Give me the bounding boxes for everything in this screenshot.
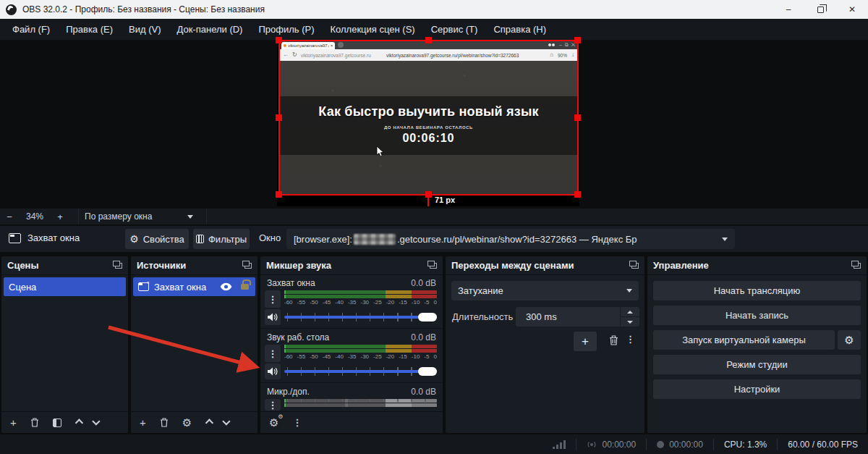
channel-menu-button[interactable]: ⋮ — [265, 345, 281, 362]
menu-view[interactable]: Вид (V) — [121, 19, 169, 40]
popout-icon[interactable] — [631, 263, 639, 269]
transition-menu-button[interactable]: ⋮ — [626, 334, 635, 345]
channel-menu-button[interactable]: ⋮ — [265, 290, 281, 308]
window-capture-icon — [138, 282, 149, 291]
snap-measure-label: 71 px — [435, 196, 455, 204]
add-scene-button[interactable]: + — [10, 417, 17, 428]
move-source-down-button[interactable] — [225, 420, 231, 426]
obs-logo-icon — [6, 4, 17, 15]
close-button[interactable]: ✕ — [836, 0, 868, 19]
menu-edit[interactable]: Правка (E) — [58, 19, 121, 40]
duration-increase-button[interactable] — [621, 307, 639, 316]
controls-header: Управление — [647, 256, 867, 275]
menu-tools[interactable]: Сервис (T) — [423, 19, 486, 40]
chevron-down-icon — [627, 321, 633, 324]
volume-db-readout: 0.0 dB — [411, 278, 436, 288]
add-source-button[interactable]: + — [140, 417, 146, 428]
fit-mode-dropdown[interactable]: По размеру окна — [78, 209, 207, 224]
preview-zoom-bar: − 34% + По размеру окна — [0, 209, 868, 224]
volume-db-readout: 0.0 dB — [411, 332, 436, 342]
menu-profile[interactable]: Профиль (P) — [250, 19, 322, 40]
restore-button[interactable] — [804, 0, 836, 19]
mixer-menu-button[interactable]: ⋮ — [292, 418, 302, 427]
handle-bottom-left[interactable] — [276, 191, 282, 198]
volume-slider-handle[interactable] — [418, 313, 437, 321]
chevron-down-icon — [187, 215, 193, 219]
move-scene-up-button[interactable] — [75, 420, 81, 426]
volume-slider[interactable] — [284, 363, 437, 379]
webinar-banner: Как быстро выучить новый язык ДО НАЧАЛА … — [278, 96, 579, 155]
minimize-button[interactable]: – — [773, 0, 804, 19]
properties-button[interactable]: ⚙ Свойства — [125, 229, 189, 249]
virtual-camera-settings-button[interactable]: ⚙ — [838, 330, 861, 350]
scenes-panel: Сцены Сцена + — [1, 256, 128, 433]
window-field-label: Окно — [259, 232, 281, 243]
menu-file[interactable]: Файл (F) — [4, 19, 58, 40]
handle-middle-right[interactable] — [574, 114, 581, 121]
volume-meter: -60-55-50-45-40-35-30-25-20-15-10-50 — [284, 345, 437, 360]
controls-panel: Управление Начать трансляцию Начать запи… — [647, 256, 867, 433]
zoom-level: 34% — [19, 211, 51, 222]
volume-meter-muted — [284, 399, 437, 411]
menu-help[interactable]: Справка (H) — [485, 19, 554, 40]
handle-bottom-right[interactable] — [574, 191, 581, 198]
handle-middle-left[interactable] — [276, 114, 282, 121]
popout-icon[interactable] — [244, 263, 252, 269]
scene-filters-button[interactable] — [53, 419, 61, 427]
countdown-timer: 00:06:10 — [278, 132, 579, 145]
mixer-channel-desktop-audio: Звук раб. стола 0.0 dB ⋮ -60-55-50-45-40… — [260, 329, 443, 383]
duration-decrease-button[interactable] — [621, 317, 639, 327]
handle-top-left[interactable] — [276, 37, 282, 43]
visibility-eye-icon[interactable] — [220, 282, 232, 291]
transition-type-dropdown[interactable]: Затухание — [451, 281, 639, 300]
lock-icon[interactable] — [241, 284, 249, 290]
source-properties-button[interactable]: ⚙ — [182, 417, 192, 428]
handle-top-center[interactable] — [425, 37, 432, 43]
remove-transition-button[interactable] — [609, 335, 618, 348]
start-virtual-camera-button[interactable]: Запуск виртуальной камеры — [653, 330, 835, 350]
sources-panel: Источники Захват окна + ⚙ — [131, 256, 258, 433]
remove-source-button[interactable] — [160, 418, 169, 427]
filters-button[interactable]: Фильтры — [193, 229, 250, 249]
filters-icon — [196, 235, 204, 243]
mute-button[interactable] — [265, 309, 281, 325]
webinar-heading: Как быстро выучить новый язык — [278, 104, 579, 119]
record-status-icon — [657, 441, 664, 448]
restore-icon — [817, 7, 824, 13]
remove-scene-button[interactable] — [30, 418, 39, 427]
handle-top-right[interactable] — [574, 37, 581, 43]
window-select-dropdown[interactable]: [browser.exe]: .getcourse.ru/pl/webinar/… — [286, 229, 735, 249]
start-streaming-button[interactable]: Начать трансляцию — [653, 281, 861, 300]
chevron-down-icon — [722, 237, 728, 241]
advanced-audio-button[interactable]: ⚙ — [269, 417, 278, 428]
menu-docks[interactable]: Док-панели (D) — [169, 19, 251, 40]
studio-mode-button[interactable]: Режим студии — [653, 355, 861, 374]
mute-button[interactable] — [265, 363, 281, 379]
add-transition-button[interactable]: + — [574, 332, 597, 351]
window-capture-source[interactable]: viktoriyazainarova97.g × – ⧉ ✕ ← ↻ vikto… — [278, 40, 579, 196]
duration-label: Длительность — [452, 311, 513, 322]
meter-tick-labels: -60-55-50-45-40-35-30-25-20-15-10-50 — [284, 353, 437, 360]
scene-list-item[interactable]: Сцена — [4, 277, 126, 296]
volume-slider-handle[interactable] — [418, 367, 437, 376]
popout-icon[interactable] — [115, 263, 122, 269]
gear-icon: ⚙ — [129, 234, 139, 244]
move-source-up-button[interactable] — [205, 420, 211, 426]
move-scene-down-button[interactable] — [95, 420, 101, 426]
sources-header: Источники — [131, 256, 258, 275]
new-tab-button — [338, 42, 344, 48]
source-list-item[interactable]: Захват окна — [133, 277, 255, 296]
popout-icon[interactable] — [854, 263, 861, 269]
settings-button[interactable]: Настройки — [653, 379, 861, 399]
zoom-in-button[interactable]: + — [51, 211, 69, 222]
popout-icon[interactable] — [430, 263, 437, 269]
start-recording-button[interactable]: Начать запись — [653, 306, 861, 325]
scenes-toolbar: + — [1, 411, 128, 433]
duration-spinbox[interactable]: 300 ms — [516, 307, 620, 327]
volume-slider[interactable] — [284, 309, 437, 325]
menu-scene-collection[interactable]: Коллекция сцен (S) — [323, 19, 423, 40]
download-icon: ↓ — [571, 52, 574, 58]
zoom-out-button[interactable]: − — [0, 211, 19, 222]
channel-menu-button[interactable]: ⋮ — [265, 399, 281, 411]
chevron-down-icon — [626, 289, 632, 293]
